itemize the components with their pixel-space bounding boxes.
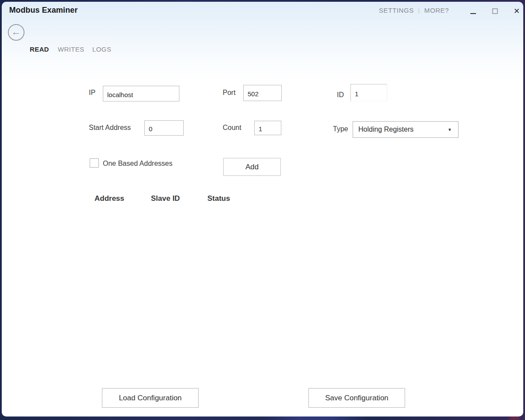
ip-label: IP: [89, 89, 95, 97]
chevron-down-icon: ▼: [448, 127, 452, 132]
menu-separator: |: [418, 7, 420, 14]
tab-read[interactable]: READ: [30, 46, 49, 53]
titlebar-menu: SETTINGS | MORE?: [379, 7, 449, 14]
close-button[interactable]: ✕: [509, 5, 523, 17]
more-menu-item[interactable]: MORE?: [424, 7, 449, 14]
minimize-icon: [470, 13, 476, 14]
one-based-label: One Based Addresses: [103, 160, 172, 168]
id-label: ID: [337, 91, 344, 99]
tab-logs[interactable]: LOGS: [92, 46, 111, 53]
add-button[interactable]: Add: [223, 158, 281, 176]
type-select-value: Holding Registers: [358, 126, 413, 133]
one-based-checkbox[interactable]: [90, 158, 99, 168]
maximize-button[interactable]: [487, 5, 502, 17]
app-title: Modbus Examiner: [9, 6, 78, 15]
ip-input[interactable]: [103, 86, 179, 102]
type-select[interactable]: Holding Registers ▼: [353, 121, 458, 138]
type-label: Type: [333, 125, 348, 133]
id-input[interactable]: [350, 84, 387, 102]
column-header-address: Address: [94, 194, 124, 203]
port-label: Port: [223, 89, 235, 97]
back-button[interactable]: ←: [8, 24, 24, 41]
column-header-status: Status: [207, 194, 230, 203]
settings-menu-item[interactable]: SETTINGS: [379, 7, 414, 14]
port-input[interactable]: [243, 85, 282, 101]
column-header-slave-id: Slave ID: [151, 194, 180, 203]
maximize-icon: [492, 8, 498, 14]
count-label: Count: [223, 124, 242, 132]
start-address-input[interactable]: [144, 120, 184, 136]
app-window: Modbus Examiner SETTINGS | MORE? ✕ ← REA…: [2, 2, 523, 416]
count-input[interactable]: [254, 121, 281, 135]
back-arrow-icon: ←: [11, 27, 21, 37]
minimize-button[interactable]: [466, 5, 480, 17]
load-configuration-button[interactable]: Load Configuration: [102, 388, 199, 408]
start-address-label: Start Address: [89, 124, 131, 132]
save-configuration-button[interactable]: Save Configuration: [308, 388, 405, 408]
tab-writes[interactable]: WRITES: [58, 46, 84, 53]
close-icon: ✕: [514, 7, 520, 15]
